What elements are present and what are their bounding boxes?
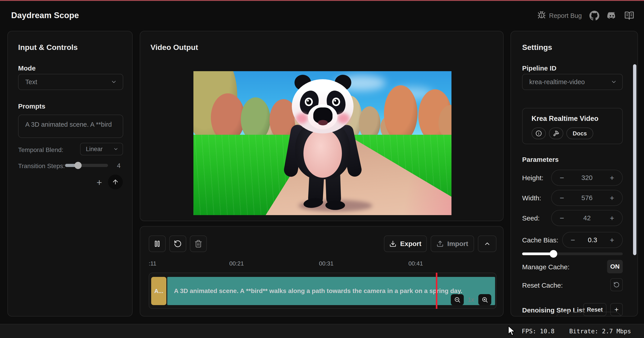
timeline-track[interactable]: A... A 3D animated scene. A **bird** wal… (149, 273, 496, 309)
playhead[interactable] (436, 273, 438, 309)
reset-cache-label: Reset Cache: (522, 282, 563, 289)
ruler-tick: 00:31 (319, 260, 334, 267)
report-bug-label: Report Bug (549, 12, 582, 20)
pipeline-id-select[interactable]: krea-realtime-video (522, 74, 623, 90)
restart-button[interactable] (169, 235, 186, 252)
report-bug-button[interactable]: Report Bug (537, 11, 582, 21)
cache-bias-slider[interactable] (522, 252, 623, 255)
trash-icon (194, 240, 202, 248)
export-button[interactable]: Export (384, 235, 427, 252)
import-label: Import (447, 240, 468, 248)
zoom-out-icon (454, 296, 461, 303)
video-output-panel: Video Output (140, 31, 504, 221)
github-icon[interactable] (590, 11, 599, 21)
zoom-in-icon (482, 296, 488, 303)
width-increment-button[interactable]: + (608, 194, 616, 202)
temporal-blend-value: Linear (86, 146, 103, 153)
height-stepper: − 320 + (551, 170, 623, 186)
width-stepper: − 576 + (551, 190, 623, 206)
mode-select[interactable]: Text (18, 74, 123, 90)
settings-panel: Settings Pipeline ID krea-realtime-video… (510, 31, 638, 316)
manage-cache-toggle[interactable]: ON (607, 260, 623, 273)
input-controls-panel: Input & Controls Mode Text Prompts A 3D … (8, 31, 132, 316)
settings-title: Settings (522, 43, 552, 52)
import-button[interactable]: Import (431, 235, 474, 252)
rotate-ccw-icon (613, 282, 620, 288)
transition-steps-value: 4 (117, 162, 120, 169)
denoising-step-stepper-partial[interactable] (556, 312, 622, 316)
mode-value: Text (25, 78, 37, 86)
pipeline-id-value: krea-realtime-video (529, 78, 585, 86)
panda-illustration (194, 71, 452, 215)
reset-cache-button[interactable] (610, 278, 623, 291)
pipeline-card-title: Krea Realtime Video (532, 115, 598, 123)
prompt-value: A 3D animated scene. A **bird (25, 121, 112, 128)
settings-scrollbar[interactable] (633, 64, 636, 255)
pipeline-card-actions: Docs (532, 128, 593, 139)
pipeline-info-button[interactable] (532, 128, 546, 139)
video-frame[interactable] (194, 71, 452, 215)
ruler-tick: 00:41 (408, 260, 423, 267)
ruler-tick: :11 (149, 260, 156, 267)
width-label: Width: (522, 194, 541, 202)
transition-steps-label: Transition Steps: (18, 163, 65, 170)
segment-chip-label: A... (154, 288, 163, 294)
pipeline-docs-button[interactable]: Docs (566, 128, 593, 139)
timeline-zoom-level: 1x (465, 294, 477, 305)
download-icon (389, 240, 396, 247)
cache-bias-slider-fill (522, 252, 554, 255)
pause-icon (153, 240, 161, 248)
delete-button[interactable] (190, 235, 207, 252)
ruler-tick: 00:21 (229, 260, 244, 267)
height-increment-button[interactable]: + (608, 173, 616, 182)
app-title: Daydream Scope (11, 11, 79, 20)
video-output-title: Video Output (150, 43, 198, 52)
cache-bias-label: Cache Bias: (522, 236, 558, 244)
width-decrement-button[interactable]: − (558, 194, 566, 202)
pipeline-build-button[interactable] (549, 128, 563, 139)
transition-steps-slider-knob[interactable] (74, 162, 82, 169)
chevron-down-icon (111, 79, 117, 85)
height-label: Height: (522, 174, 544, 182)
prompt-input[interactable]: A 3D animated scene. A **bird (18, 115, 123, 138)
upload-icon (436, 240, 444, 247)
fps-readout: FPS: 10.8 (522, 328, 554, 335)
input-controls-title: Input & Controls (18, 43, 78, 52)
cache-bias-increment-button[interactable]: + (608, 236, 616, 244)
pipeline-id-label: Pipeline ID (522, 65, 556, 72)
seed-value[interactable]: 42 (583, 214, 590, 222)
bitrate-readout: Bitrate: 2.7 Mbps (569, 328, 631, 335)
pause-button[interactable] (149, 235, 166, 252)
cache-bias-slider-knob[interactable] (550, 250, 557, 258)
width-value[interactable]: 576 (582, 194, 592, 202)
export-label: Export (400, 240, 421, 248)
seed-stepper: − 42 + (551, 210, 623, 226)
docs-book-icon[interactable] (624, 11, 634, 21)
prompt-segment[interactable]: A 3D animated scene. A **bird** walks al… (167, 277, 495, 305)
height-decrement-button[interactable]: − (558, 173, 566, 182)
seed-increment-button[interactable]: + (608, 214, 616, 222)
cache-bias-decrement-button[interactable]: − (568, 236, 577, 244)
height-value[interactable]: 320 (582, 174, 592, 182)
rotate-ccw-icon (174, 240, 182, 248)
timeline-zoom-in-button[interactable] (478, 294, 491, 305)
segment-text: A 3D animated scene. A **bird** walks al… (174, 287, 462, 294)
submit-prompt-button[interactable] (108, 175, 123, 189)
timeline-panel: Export Import :11 00:21 00:31 00:41 A...… (140, 226, 504, 316)
seed-decrement-button[interactable]: − (558, 214, 566, 222)
chevron-down-icon (113, 146, 118, 152)
collapse-timeline-button[interactable] (478, 235, 496, 252)
timeline-zoom-out-button[interactable] (451, 294, 464, 305)
transition-steps-slider[interactable] (65, 164, 108, 167)
timeline-ruler[interactable]: :11 00:21 00:31 00:41 (149, 260, 496, 268)
status-bar: FPS: 10.8 Bitrate: 2.7 Mbps (0, 324, 644, 338)
temporal-blend-select[interactable]: Linear (80, 143, 123, 155)
prompt-segment-chip[interactable]: A... (151, 277, 166, 305)
temporal-blend-label: Temporal Blend: (18, 146, 63, 154)
add-prompt-button[interactable]: + (94, 176, 105, 189)
arrow-up-icon (112, 178, 119, 186)
bug-icon (537, 11, 546, 21)
discord-icon[interactable] (607, 11, 617, 21)
top-accent-line (0, 0, 644, 1)
cache-bias-value[interactable]: 0.3 (588, 236, 597, 244)
